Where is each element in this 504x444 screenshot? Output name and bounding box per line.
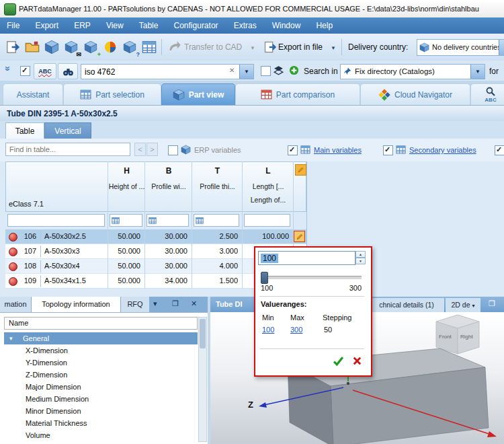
column-t-letter[interactable]: T — [192, 166, 243, 176]
filter-input-name[interactable] — [7, 214, 105, 227]
spin-up-icon[interactable]: ▲ — [355, 251, 366, 258]
search-dropdown-icon[interactable]: ▼ — [239, 65, 253, 79]
panel-tab-dropdown-icon[interactable]: ▾ — [153, 299, 157, 308]
spell-check-button[interactable]: ABC — [34, 63, 56, 79]
find-next-button[interactable]: > — [146, 143, 158, 156]
delivery-country-select[interactable]: No delivery countries ▼ — [417, 39, 504, 56]
tab-assistant[interactable]: Assistant — [3, 83, 63, 105]
tab-cloud-navigator[interactable]: Cloud Navigator — [360, 83, 470, 105]
find-in-table-input[interactable] — [5, 143, 130, 156]
tree-group-general[interactable]: ▾ General — [4, 332, 198, 344]
tree-item[interactable]: Material Thickness — [4, 417, 198, 429]
min-value-link[interactable]: 100 — [262, 326, 274, 334]
nav-cube-front-label[interactable]: Front — [439, 334, 452, 340]
tab-information[interactable]: mation — [0, 297, 31, 312]
tree-item[interactable]: Major Dimension — [4, 381, 198, 393]
table-row[interactable]: 106 A-50x30x2.5 50.000 30.000 2.500 100.… — [5, 229, 306, 244]
scrollbar-thumb[interactable] — [200, 319, 206, 348]
clear-search-icon[interactable]: ✕ — [229, 67, 235, 74]
tab-rfq[interactable]: RFQ — [121, 297, 149, 312]
length-slider-handle[interactable] — [261, 272, 268, 284]
erp-variables-checkbox[interactable] — [168, 145, 178, 155]
toolbar-expand-icon[interactable]: » — [3, 66, 13, 71]
tree-item[interactable]: Z-Dimension — [4, 369, 198, 381]
menu-table[interactable]: Table — [132, 17, 165, 34]
length-slider-track[interactable] — [261, 276, 362, 280]
search-option-checkbox[interactable] — [20, 66, 30, 76]
directory-dropdown-icon[interactable]: ▼ — [470, 65, 485, 79]
menu-view[interactable]: View — [99, 17, 130, 34]
main-variables-checkbox[interactable] — [288, 145, 298, 155]
part-add-icon[interactable]: + — [82, 38, 99, 56]
column-l-edit-icon[interactable] — [295, 164, 306, 176]
tree-item[interactable]: X-Dimension — [4, 344, 198, 357]
export-in-file-button[interactable]: Export in file — [278, 42, 323, 52]
tab-vertical[interactable]: Vertical — [44, 122, 91, 139]
filter-checkbox[interactable] — [261, 66, 271, 76]
tab-part-view[interactable]: Part view — [161, 83, 235, 105]
open-project-icon[interactable] — [24, 38, 41, 56]
part-help-icon[interactable]: ? — [121, 38, 138, 56]
menu-erp[interactable]: ERP — [67, 17, 97, 34]
tab-part-selection[interactable]: Part selection — [63, 83, 161, 105]
tree-item[interactable]: Y-Dimension — [4, 357, 198, 369]
max-value-link[interactable]: 300 — [290, 326, 302, 334]
menu-help[interactable]: Help — [309, 17, 339, 34]
filter-input-t[interactable] — [194, 214, 239, 227]
column-b-letter[interactable]: B — [145, 166, 192, 176]
delivery-country-dropdown-icon[interactable]: ▼ — [499, 40, 504, 55]
search-input[interactable] — [81, 65, 230, 79]
transfer-to-cad-dropdown-icon[interactable]: ▼ — [250, 45, 255, 51]
filter-input-b[interactable] — [146, 214, 189, 227]
search-directory-select[interactable]: Fix directory (Catalogs) ▼ — [340, 64, 485, 79]
configurator-icon[interactable] — [101, 38, 119, 56]
tab-2d-derivation[interactable]: 2D de ▾ — [446, 298, 480, 312]
search-options-button[interactable] — [58, 63, 78, 79]
tab-technical-details[interactable]: chnical details (1) — [369, 298, 444, 312]
column-h-letter[interactable]: H — [108, 166, 145, 176]
tab-topology-information[interactable]: Topology information — [32, 297, 120, 312]
panel-close-icon[interactable]: ✕ — [191, 299, 197, 308]
tab-search[interactable]: ABC — [470, 83, 504, 105]
menu-window[interactable]: Window — [265, 17, 308, 34]
tree-item[interactable]: Volume — [4, 429, 198, 441]
menu-file[interactable]: File — [0, 17, 26, 34]
export-in-file-dropdown-icon[interactable]: ▼ — [331, 45, 336, 51]
part-cube-icon[interactable] — [43, 38, 60, 56]
tab-part-comparison[interactable]: Part comparison — [235, 83, 360, 105]
tab-2d-dropdown-icon[interactable]: ▾ — [472, 303, 474, 309]
spin-down-icon[interactable]: ▼ — [355, 258, 366, 264]
export-document-icon[interactable] — [4, 38, 22, 56]
column-l-letter[interactable]: L — [243, 166, 294, 176]
nav-cube-right-label[interactable]: Right — [460, 334, 473, 340]
add-search-icon[interactable] — [289, 65, 299, 75]
part-mail-icon[interactable]: ✉ — [62, 38, 80, 56]
topology-scrollbar[interactable] — [198, 317, 207, 442]
edit-value-icon[interactable] — [294, 231, 305, 242]
filter-input-l[interactable] — [244, 214, 290, 227]
main-variables-link[interactable]: Main variables — [314, 146, 362, 154]
accept-button[interactable] — [331, 354, 345, 367]
tab-table[interactable]: Table — [5, 122, 44, 139]
cell-h: 50.000 — [108, 247, 140, 255]
preview-float-icon[interactable]: ❐ — [489, 299, 495, 308]
panel-float-icon[interactable]: ❐ — [172, 299, 179, 308]
secondary-variables-link[interactable]: Secondary variables — [409, 146, 476, 154]
filter-input-h[interactable] — [110, 214, 142, 227]
layers-icon[interactable] — [273, 65, 284, 76]
extra-variables-checkbox[interactable] — [495, 145, 504, 155]
eclass-label[interactable]: eClass 7.1 — [9, 200, 44, 208]
collapse-arrow-icon[interactable]: ▾ — [9, 332, 13, 344]
secondary-variables-checkbox[interactable] — [383, 145, 393, 155]
find-prev-button[interactable]: < — [134, 143, 146, 156]
tree-item[interactable]: Medium Dimension — [4, 393, 198, 405]
menu-configurator[interactable]: Configurator — [167, 17, 225, 34]
tree-item[interactable]: Minor Dimension — [4, 405, 198, 417]
cancel-button[interactable] — [349, 354, 364, 367]
table-view-icon[interactable] — [140, 38, 158, 56]
value-spinbox[interactable]: 100 — [258, 251, 355, 265]
menu-export[interactable]: Export — [28, 17, 65, 34]
transfer-to-cad-button[interactable]: Transfer to CAD — [184, 42, 242, 52]
menu-extras[interactable]: Extras — [227, 17, 263, 34]
name-column-header[interactable]: Name — [4, 317, 198, 330]
